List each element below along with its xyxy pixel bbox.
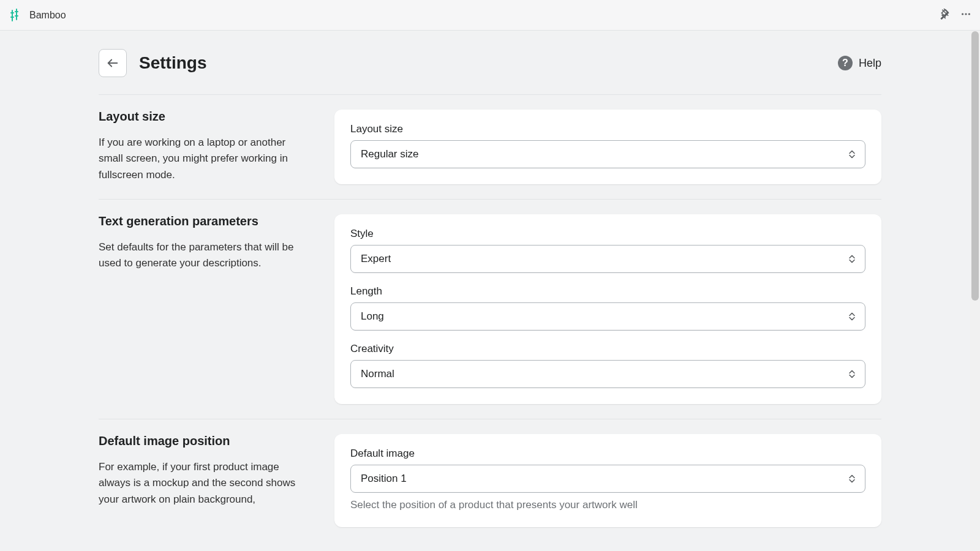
topbar-left: Bamboo (9, 9, 66, 22)
page-body: Settings ? Help Layout size If you are w… (0, 31, 980, 542)
page-title: Settings (139, 53, 206, 73)
section-title: Text generation parameters (99, 214, 310, 228)
field-label: Style (350, 228, 865, 240)
pin-icon[interactable] (938, 9, 949, 22)
help-link[interactable]: ? Help (838, 56, 881, 70)
section-title: Default image position (99, 434, 310, 448)
more-icon[interactable] (960, 9, 971, 22)
select-value: Expert (361, 253, 391, 265)
field-help: Select the position of a product that pr… (350, 499, 865, 511)
card-layout-size: Layout size Regular size (334, 110, 881, 184)
scrollbar[interactable] (970, 31, 980, 551)
section-default-image: Default image position For example, if y… (99, 419, 881, 542)
section-desc: Set defaults for the parameters that wil… (99, 239, 310, 272)
chevron-updown-icon (849, 370, 855, 378)
svg-point-8 (968, 13, 970, 15)
svg-point-6 (962, 13, 963, 15)
chevron-updown-icon (849, 255, 855, 263)
select-value: Regular size (361, 148, 419, 160)
arrow-left-icon (106, 56, 119, 70)
section-title: Layout size (99, 110, 310, 124)
field-label: Length (350, 285, 865, 298)
field-style: Style Expert (350, 228, 865, 273)
topbar: Bamboo (0, 0, 980, 31)
chevron-updown-icon (849, 151, 855, 159)
select-value: Position 1 (361, 473, 407, 485)
field-layout-size: Layout size Regular size (350, 123, 865, 168)
svg-point-7 (965, 13, 967, 15)
field-label: Default image (350, 448, 865, 460)
section-desc: For example, if your first product image… (99, 459, 310, 508)
page-header: Settings ? Help (99, 49, 881, 95)
select-layout-size[interactable]: Regular size (350, 140, 865, 168)
section-desc: If you are working on a laptop or anothe… (99, 135, 310, 183)
select-value: Normal (361, 368, 394, 380)
select-style[interactable]: Expert (350, 245, 865, 273)
back-button[interactable] (99, 49, 127, 77)
select-value: Long (361, 310, 384, 323)
field-creativity: Creativity Normal (350, 343, 865, 388)
section-text-generation: Text generation parameters Set defaults … (99, 200, 881, 419)
field-length: Length Long (350, 285, 865, 331)
scrollbar-thumb[interactable] (971, 31, 979, 301)
card-default-image: Default image Position 1 Select the posi… (334, 434, 881, 527)
select-default-image[interactable]: Position 1 (350, 465, 865, 493)
select-creativity[interactable]: Normal (350, 360, 865, 388)
help-icon: ? (838, 56, 853, 70)
chevron-updown-icon (849, 313, 855, 321)
topbar-right (938, 9, 971, 22)
bamboo-logo-icon (9, 9, 22, 22)
help-label: Help (859, 57, 881, 70)
field-label: Layout size (350, 123, 865, 135)
chevron-updown-icon (849, 475, 855, 483)
field-default-image: Default image Position 1 Select the posi… (350, 448, 865, 511)
field-label: Creativity (350, 343, 865, 355)
app-name: Bamboo (29, 10, 66, 21)
select-length[interactable]: Long (350, 302, 865, 331)
card-text-generation: Style Expert Length Long (334, 214, 881, 404)
section-layout-size: Layout size If you are working on a lapt… (99, 95, 881, 200)
